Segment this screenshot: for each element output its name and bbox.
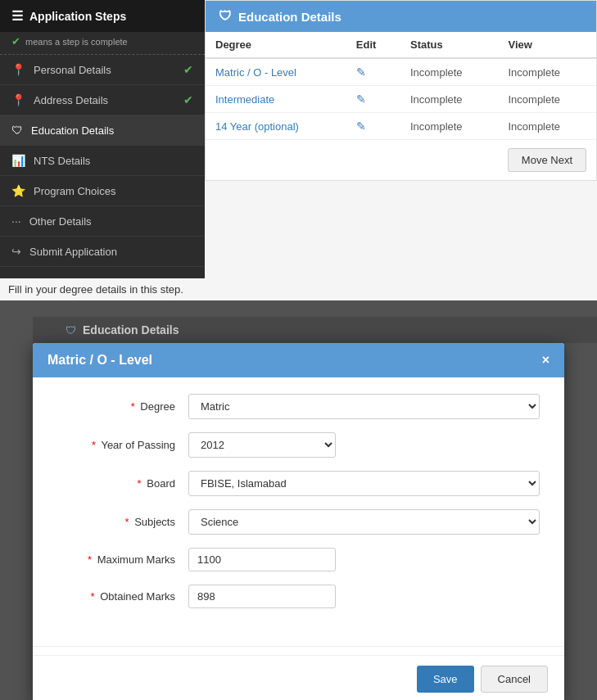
modal-bg-title: Education Details: [83, 323, 179, 336]
col-edit: Edit: [346, 32, 400, 58]
status-intermediate: Incomplete: [400, 86, 498, 113]
info-text: Fill in your degree details in this step…: [0, 278, 597, 300]
sidebar-item-personal-details[interactable]: 📍 Personal Details ✔: [0, 55, 205, 85]
view-matric: Incomplete: [498, 58, 596, 86]
main-layout: ☰ Application Steps ✔ means a step is co…: [0, 0, 597, 278]
nts-details-icon: 📊: [11, 154, 25, 167]
col-status: Status: [400, 32, 498, 58]
modal-header: Matric / O - Level ×: [33, 343, 564, 377]
modal-window: Matric / O - Level × * Degree Matric FA/…: [33, 343, 564, 700]
sidebar-item-other-details[interactable]: ··· Other Details: [0, 206, 205, 237]
other-details-icon: ···: [11, 215, 21, 228]
personal-details-icon: 📍: [11, 63, 25, 76]
required-star-board: *: [138, 477, 142, 490]
form-group-maximum-marks: * Maximum Marks: [57, 548, 540, 571]
form-group-subjects: * Subjects Science Arts Commerce General…: [57, 509, 540, 535]
board-label: * Board: [57, 477, 188, 490]
year-label: * Year of Passing: [57, 439, 188, 451]
sidebar-title: Application Steps: [29, 10, 126, 23]
education-details-icon: 🛡: [11, 124, 23, 137]
form-group-year: * Year of Passing 2010 2011 2012 2013 20…: [57, 432, 540, 458]
form-group-degree: * Degree Matric FA/FSc BA/BSc MA/MSc: [57, 394, 540, 419]
modal-bg-header: 🛡 Education Details: [33, 317, 597, 343]
modal-section: 🛡 Education Details Matric / O - Level ×…: [0, 300, 597, 700]
education-table: Degree Edit Status View Matric / O - Lev…: [206, 32, 596, 180]
degree-link-intermediate[interactable]: Intermediate: [215, 93, 274, 106]
table-row: Matric / O - Level ✎ Incomplete Incomple…: [206, 58, 596, 86]
degree-select[interactable]: Matric FA/FSc BA/BSc MA/MSc: [188, 394, 540, 419]
table-row: 14 Year (optional) ✎ Incomplete Incomple…: [206, 113, 596, 140]
content-area: 🛡 Education Details Degree Edit Status V…: [205, 0, 597, 278]
modal-body: * Degree Matric FA/FSc BA/BSc MA/MSc * Y…: [33, 377, 564, 638]
col-view: View: [498, 32, 596, 58]
sidebar-item-label: Personal Details: [34, 64, 111, 76]
form-group-obtained-marks: * Obtained Marks: [57, 585, 540, 608]
edu-panel-title: Education Details: [238, 10, 341, 24]
modal-close-button[interactable]: ×: [542, 353, 550, 368]
col-degree: Degree: [206, 32, 346, 58]
sidebar-item-label: Other Details: [29, 215, 92, 228]
subjects-label: * Subjects: [57, 516, 188, 528]
submit-application-icon: ↪: [11, 245, 21, 258]
sidebar-note: ✔ means a step is complete: [0, 32, 205, 55]
required-star-max-marks: *: [88, 553, 92, 566]
education-panel: 🛡 Education Details Degree Edit Status V…: [205, 0, 597, 181]
personal-details-check-icon: ✔: [183, 63, 193, 76]
maximum-marks-label: * Maximum Marks: [57, 553, 188, 566]
sidebar-note-text: means a step is complete: [25, 37, 128, 47]
modal-title: Matric / O - Level: [47, 353, 152, 368]
sidebar-item-program-choices[interactable]: ⭐ Program Choices: [0, 176, 205, 206]
obtained-marks-input[interactable]: [188, 585, 336, 608]
status-matric: Incomplete: [400, 58, 498, 86]
sidebar-item-nts-details[interactable]: 📊 NTS Details: [0, 146, 205, 176]
view-intermediate: Incomplete: [498, 86, 596, 113]
status-14year: Incomplete: [400, 113, 498, 140]
sidebar-item-label: Submit Application: [29, 246, 117, 258]
modal-bg-shield-icon: 🛡: [66, 324, 76, 336]
move-next-button[interactable]: Move Next: [508, 148, 586, 172]
edu-panel-header: 🛡 Education Details: [206, 1, 596, 32]
sidebar-item-submit-application[interactable]: ↪ Submit Application: [0, 237, 205, 267]
sidebar-item-education-details[interactable]: 🛡 Education Details: [0, 115, 205, 146]
sidebar-item-label: Program Choices: [34, 185, 115, 197]
modal-footer: Save Cancel: [33, 655, 564, 700]
maximum-marks-input[interactable]: [188, 548, 336, 571]
sidebar-item-label: Address Details: [34, 94, 108, 106]
required-star-year: *: [92, 439, 96, 451]
cancel-button[interactable]: Cancel: [481, 666, 548, 693]
edit-icon-intermediate[interactable]: ✎: [356, 93, 366, 106]
subjects-select[interactable]: Science Arts Commerce General Science: [188, 509, 540, 535]
sidebar: ☰ Application Steps ✔ means a step is co…: [0, 0, 205, 278]
view-14year: Incomplete: [498, 113, 596, 140]
board-select[interactable]: FBISE, Islamabad Lahore Board Karachi Bo…: [188, 471, 540, 496]
edit-icon-matric[interactable]: ✎: [356, 65, 366, 79]
sidebar-item-label: NTS Details: [34, 155, 90, 167]
address-details-icon: 📍: [11, 93, 25, 106]
required-star-degree: *: [131, 400, 135, 413]
save-button[interactable]: Save: [417, 666, 474, 693]
edit-icon-14year[interactable]: ✎: [356, 120, 366, 133]
table-row: Intermediate ✎ Incomplete Incomplete: [206, 86, 596, 113]
form-group-board: * Board FBISE, Islamabad Lahore Board Ka…: [57, 471, 540, 496]
edu-shield-icon: 🛡: [219, 9, 232, 24]
check-note-icon: ✔: [11, 35, 20, 47]
required-star-subjects: *: [124, 516, 129, 528]
address-details-check-icon: ✔: [183, 93, 193, 106]
degree-label: * Degree: [57, 400, 188, 413]
sidebar-item-address-details[interactable]: 📍 Address Details ✔: [0, 85, 205, 115]
sidebar-header: ☰ Application Steps: [0, 0, 205, 32]
sidebar-item-label: Education Details: [31, 124, 114, 137]
move-next-row: Move Next: [206, 140, 596, 181]
degree-link-matric[interactable]: Matric / O - Level: [215, 66, 296, 79]
required-star-obtained-marks: *: [91, 590, 95, 603]
year-select[interactable]: 2010 2011 2012 2013 2014 2015: [188, 432, 336, 458]
degree-link-14year[interactable]: 14 Year (optional): [215, 120, 299, 133]
program-choices-icon: ⭐: [11, 184, 25, 197]
hamburger-icon: ☰: [11, 8, 23, 24]
obtained-marks-label: * Obtained Marks: [57, 590, 188, 603]
